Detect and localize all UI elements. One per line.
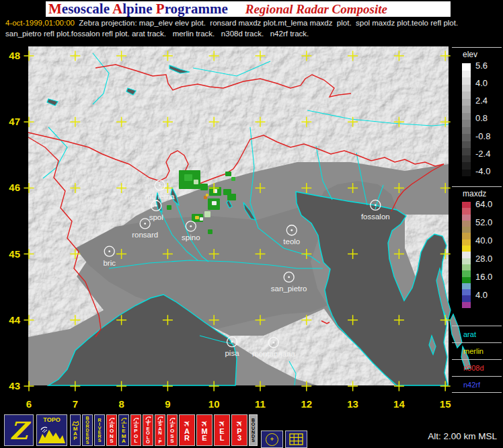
- track-label: n308d: [463, 364, 484, 372]
- button-label: EL: [219, 428, 224, 441]
- colorbar-cell: [462, 270, 471, 276]
- toolbar-button-lema[interactable]: LEMA: [118, 414, 129, 446]
- airplane-icon: ✈: [234, 418, 245, 428]
- track-label: arat: [463, 330, 476, 338]
- button-label: LEMA: [122, 424, 126, 443]
- title-bar: Mesoscale Alpine Programme Regional Rada…: [46, 1, 451, 17]
- button-label: BORDERS: [85, 416, 89, 445]
- colorbar-tick-label: 0.8: [475, 113, 502, 123]
- track-legend-n42rf: n42rf: [452, 376, 502, 393]
- lon-axis-label: 10: [206, 398, 222, 410]
- airplane-icon: ✈: [217, 418, 227, 428]
- toolbar-button-zebra-logo[interactable]: Z: [4, 414, 34, 446]
- toolbar-button-borders[interactable]: BORDERS: [82, 414, 93, 446]
- toolbar-button-topo[interactable]: TOPO: [36, 414, 67, 446]
- colorbar-tick-label: 16.0: [475, 272, 502, 282]
- lat-axis-label: 45: [1, 248, 20, 260]
- colorbar-tick-label: 4.0: [475, 78, 502, 88]
- colorbar-cell: [462, 148, 471, 155]
- elev-colorbar: [462, 63, 471, 176]
- airplane-icon: ✈: [182, 418, 192, 428]
- toolbar-button-spol[interactable]: SPOL: [130, 414, 141, 446]
- colorbar-tick-label: -2.4: [475, 149, 502, 159]
- map-canvas[interactable]: mt_lemaspolronsardspinobricteolofossalon…: [28, 46, 449, 385]
- colorbar-tick-label: 5.6: [475, 61, 502, 71]
- toolbar-button-san-p[interactable]: SAN-P: [155, 414, 165, 446]
- colorbar-cell: [462, 120, 471, 127]
- radar-site-label: fossalon: [361, 213, 390, 221]
- colorbar-cell: [462, 99, 471, 106]
- aircraft-track-legend: aratmerlinn308dn42rf: [452, 326, 502, 393]
- button-label: AR: [184, 428, 190, 441]
- colorbar-cell: [462, 302, 471, 308]
- toolbar-button-gridtool[interactable]: [285, 431, 307, 448]
- reflectivity-echo: [225, 172, 231, 176]
- lon-axis-label: 8: [114, 398, 130, 410]
- button-label: SAN-P: [158, 422, 161, 444]
- reflectivity-echo: [227, 194, 236, 200]
- colorbar-cell: [462, 134, 471, 141]
- lat-axis-label: 47: [1, 116, 20, 127]
- circle-dot-icon: +: [266, 433, 278, 446]
- reflectivity-echo: [167, 205, 171, 210]
- toolbar-button-map[interactable]: MAP: [70, 414, 81, 446]
- topo-mountains-icon: [38, 423, 65, 443]
- radar-site-label: ronsard: [132, 231, 158, 239]
- radar-site-label: mt_lema: [145, 192, 176, 200]
- lat-axis-label: 43: [1, 380, 20, 391]
- colorbar-cell: [462, 252, 471, 258]
- button-label: ME: [201, 428, 207, 441]
- reflectivity-echo: [206, 194, 208, 196]
- toolbar-button-me[interactable]: ✈ME: [196, 414, 212, 446]
- toolbar-button-teolo[interactable]: TEOLO: [143, 414, 153, 446]
- reflectivity-echo: [194, 180, 198, 184]
- track-legend-n308d: n308d: [452, 359, 502, 376]
- page-title: Mesoscale Alpine Programme: [46, 1, 228, 17]
- colorbar-cell: [462, 113, 471, 120]
- reflectivity-echo: [204, 211, 210, 217]
- toolbar-button-foss[interactable]: FOSS: [167, 414, 178, 446]
- toolbar-button-rivers[interactable]: RIVERS: [94, 414, 105, 446]
- button-label: RIVERS: [98, 418, 101, 443]
- toolbar-button-rons[interactable]: RONS: [106, 414, 117, 446]
- plot-description-line1: 4-oct-1999,01:00:00 Zebra projection: ma…: [5, 19, 458, 27]
- reflectivity-echo: [208, 229, 212, 234]
- toolbar-button-ar[interactable]: ✈AR: [179, 414, 195, 446]
- button-label: TEOLO: [146, 422, 150, 444]
- maxdz-legend-title: maxdz: [463, 189, 486, 198]
- lat-axis-label: 48: [1, 50, 20, 61]
- toolbar-button-bounds[interactable]: BOUNDS: [249, 414, 258, 446]
- colorbar-cell: [462, 283, 471, 289]
- track-legend-merlin: merlin: [452, 342, 502, 359]
- reflectivity-echo: [184, 174, 192, 181]
- button-label: BOUNDS: [252, 418, 255, 443]
- lon-axis-label: 12: [299, 398, 315, 410]
- toolbar-button-p3[interactable]: ✈P3: [231, 414, 247, 446]
- colorbar-cell: [462, 91, 471, 99]
- colorbar-tick-label: 40.0: [475, 235, 502, 246]
- colorbar-cell: [462, 77, 471, 85]
- plot-description-line2: san_pietro refl plot.fossalon refl plot.…: [5, 30, 309, 38]
- colorbar-cell: [462, 202, 471, 208]
- lon-axis-label: 6: [21, 398, 37, 410]
- lat-axis-label: 44: [1, 314, 20, 326]
- colorbar-cell: [462, 85, 471, 92]
- colorbar-cell: [462, 170, 471, 177]
- lat-axis-label: 46: [1, 182, 20, 193]
- toolbar-button-el[interactable]: ✈EL: [214, 414, 230, 446]
- lon-axis-label: 9: [159, 398, 176, 410]
- reflectivity-echo: [212, 201, 217, 205]
- toolbar-button-target[interactable]: +: [261, 431, 283, 448]
- topo-button-label: TOPO: [43, 417, 60, 423]
- elev-colorbar-labels: 5.64.02.40.8-0.8-2.4-4.0: [475, 61, 502, 176]
- colorbar-cell: [462, 227, 471, 233]
- track-legend-arat: arat: [452, 326, 502, 342]
- colorbar-cell: [462, 71, 471, 78]
- colorbar-cell: [462, 264, 471, 270]
- lon-axis-label: 11: [252, 398, 268, 410]
- legend-divider: [452, 186, 502, 187]
- button-label: MAP: [73, 426, 78, 441]
- reflectivity-echo: [231, 177, 235, 181]
- lon-axis-label: 13: [345, 398, 361, 410]
- radar-site-label: pisa: [225, 349, 239, 357]
